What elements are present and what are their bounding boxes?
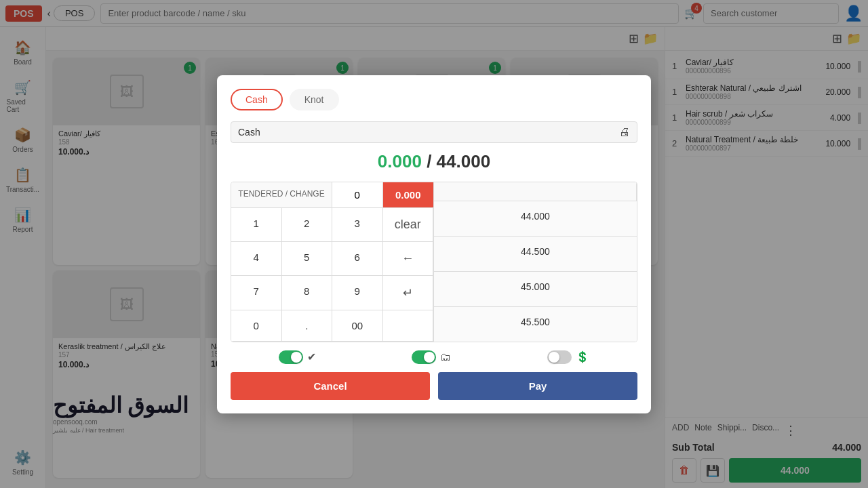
toggle-2-icon: 🗂 <box>440 351 451 363</box>
numpad-backspace[interactable]: ← <box>383 242 434 276</box>
toggle-3-knob <box>549 352 559 363</box>
numpad-0[interactable]: 0 <box>231 310 282 342</box>
payment-tabs: Cash Knot <box>231 89 637 110</box>
modal-pay-button[interactable]: Pay <box>438 372 637 400</box>
preset-44000[interactable]: 44.000 <box>434 201 637 237</box>
toggle-3-icon: 💲 <box>576 350 589 363</box>
payment-modal: Cash Knot Cash 🖨 0.000 / 44.000 TENDERED… <box>217 75 651 413</box>
numpad-clear[interactable]: clear <box>383 208 434 242</box>
toggle-1-knob <box>291 352 302 363</box>
cancel-button[interactable]: Cancel <box>231 372 430 400</box>
modal-actions: Cancel Pay <box>231 372 637 400</box>
numpad-9[interactable]: 9 <box>332 276 383 310</box>
numpad-6[interactable]: 6 <box>332 242 383 276</box>
cash-header: Cash 🖨 <box>231 121 637 143</box>
numpad-dot[interactable]: . <box>282 310 333 342</box>
toggle-2[interactable] <box>412 350 436 364</box>
tendered-change-label: TENDERED / CHANGE <box>231 182 332 207</box>
tab-knot[interactable]: Knot <box>290 89 339 110</box>
numpad-4[interactable]: 4 <box>231 242 282 276</box>
tab-cash[interactable]: Cash <box>231 89 283 110</box>
preset-44500[interactable]: 44.500 <box>434 237 637 272</box>
toggle-1[interactable] <box>279 350 303 364</box>
modal-overlay: Cash Knot Cash 🖨 0.000 / 44.000 TENDERED… <box>0 0 868 488</box>
toggle-1-icon: ✔ <box>307 350 316 363</box>
amount-separator: / <box>427 151 436 171</box>
toggles-row: ✔ 🗂 💲 <box>231 350 637 364</box>
amount-tendered: 0.000 <box>378 151 422 171</box>
numpad-7[interactable]: 7 <box>231 276 282 310</box>
toggle-2-wrap: 🗂 <box>412 350 451 364</box>
numpad-input[interactable] <box>332 182 383 207</box>
numpad-00[interactable]: 00 <box>332 310 383 342</box>
toggle-2-knob <box>424 352 435 363</box>
numpad-8[interactable]: 8 <box>282 276 333 310</box>
toggle-3-wrap: 💲 <box>547 350 589 364</box>
amount-display: 0.000 / 44.000 <box>231 151 637 172</box>
numpad-3[interactable]: 3 <box>332 208 383 242</box>
amount-total: 44.000 <box>437 151 491 171</box>
cash-label: Cash <box>238 127 260 138</box>
numpad-1[interactable]: 1 <box>231 208 282 242</box>
numpad-2[interactable]: 2 <box>282 208 333 242</box>
numpad-current-value: 0.000 <box>383 182 434 207</box>
toggle-1-wrap: ✔ <box>279 350 316 364</box>
print-icon[interactable]: 🖨 <box>619 126 630 138</box>
toggle-3[interactable] <box>547 350 572 364</box>
numpad-enter[interactable]: ↵ <box>383 276 434 310</box>
numpad-5[interactable]: 5 <box>282 242 333 276</box>
preset-45000[interactable]: 45.000 <box>434 272 637 307</box>
preset-45500[interactable]: 45.500 <box>434 307 637 342</box>
numpad-empty <box>383 310 434 342</box>
